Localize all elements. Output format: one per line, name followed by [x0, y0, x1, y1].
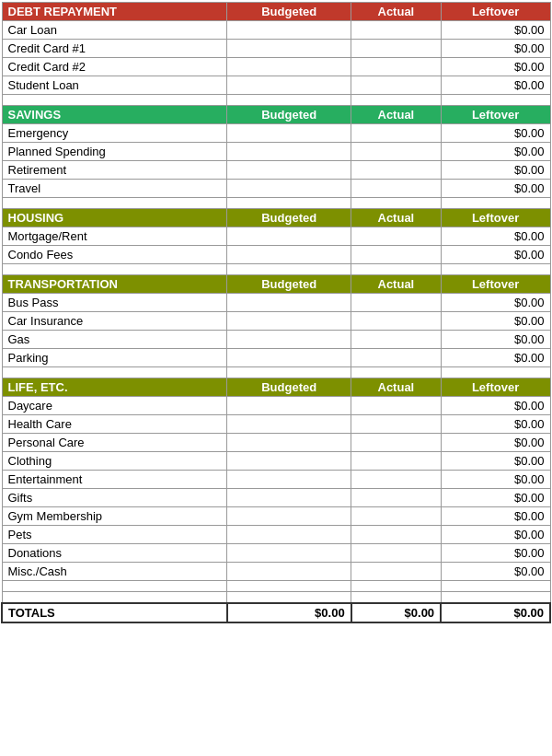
row-budgeted[interactable] [227, 397, 351, 415]
row-category: Condo Fees [2, 246, 227, 264]
row-actual[interactable] [351, 161, 441, 180]
table-row: Emergency$0.00 [2, 124, 550, 143]
row-budgeted[interactable] [227, 124, 351, 143]
row-budgeted[interactable] [227, 489, 351, 507]
row-budgeted[interactable] [227, 180, 351, 198]
row-budgeted[interactable] [227, 507, 351, 526]
row-budgeted[interactable] [227, 434, 351, 452]
row-category: Gifts [2, 489, 227, 507]
row-leftover: $0.00 [441, 563, 550, 581]
row-category: Clothing [2, 452, 227, 471]
row-leftover: $0.00 [441, 76, 550, 95]
section-header-transportation: TRANSPORTATIONBudgetedActualLeftover [2, 275, 550, 294]
row-category: Travel [2, 180, 227, 198]
row-leftover: $0.00 [441, 312, 550, 331]
row-budgeted[interactable] [227, 526, 351, 544]
row-actual[interactable] [351, 331, 441, 349]
row-budgeted[interactable] [227, 563, 351, 581]
row-actual[interactable] [351, 124, 441, 143]
col-header-actual: Actual [351, 275, 441, 294]
row-category: Retirement [2, 161, 227, 180]
row-leftover: $0.00 [441, 452, 550, 471]
row-category: Misc./Cash [2, 563, 227, 581]
section-header-housing: HOUSINGBudgetedActualLeftover [2, 209, 550, 227]
table-row: Car Insurance$0.00 [2, 312, 550, 331]
table-row: Pets$0.00 [2, 526, 550, 544]
row-actual[interactable] [351, 180, 441, 198]
row-actual[interactable] [351, 40, 441, 58]
row-leftover: $0.00 [441, 507, 550, 526]
row-budgeted[interactable] [227, 331, 351, 349]
row-budgeted[interactable] [227, 246, 351, 264]
row-actual[interactable] [351, 227, 441, 246]
row-actual[interactable] [351, 434, 441, 452]
row-category: Parking [2, 349, 227, 367]
row-category: Credit Card #1 [2, 40, 227, 58]
row-leftover: $0.00 [441, 415, 550, 434]
col-header-leftover: Leftover [441, 209, 550, 227]
row-budgeted[interactable] [227, 227, 351, 246]
table-row: Student Loan$0.00 [2, 76, 550, 95]
row-actual[interactable] [351, 294, 441, 312]
row-leftover: $0.00 [441, 349, 550, 367]
row-actual[interactable] [351, 397, 441, 415]
table-row: Mortgage/Rent$0.00 [2, 227, 550, 246]
totals-actual: $0.00 [351, 603, 441, 622]
table-row: Credit Card #2$0.00 [2, 58, 550, 76]
row-budgeted[interactable] [227, 40, 351, 58]
row-budgeted[interactable] [227, 349, 351, 367]
row-leftover: $0.00 [441, 124, 550, 143]
row-actual[interactable] [351, 349, 441, 367]
row-budgeted[interactable] [227, 312, 351, 331]
row-actual[interactable] [351, 246, 441, 264]
row-leftover: $0.00 [441, 489, 550, 507]
row-leftover: $0.00 [441, 294, 550, 312]
row-actual[interactable] [351, 21, 441, 40]
row-category: Gym Membership [2, 507, 227, 526]
row-budgeted[interactable] [227, 415, 351, 434]
col-header-actual: Actual [351, 378, 441, 397]
col-header-leftover: Leftover [441, 378, 550, 397]
row-budgeted[interactable] [227, 471, 351, 489]
col-header-budgeted: Budgeted [227, 275, 351, 294]
row-actual[interactable] [351, 143, 441, 161]
row-budgeted[interactable] [227, 452, 351, 471]
row-category: Gas [2, 331, 227, 349]
row-actual[interactable] [351, 76, 441, 95]
row-leftover: $0.00 [441, 161, 550, 180]
totals-row: TOTALS$0.00$0.00$0.00 [2, 603, 550, 622]
row-budgeted[interactable] [227, 76, 351, 95]
row-actual[interactable] [351, 526, 441, 544]
row-actual[interactable] [351, 544, 441, 563]
table-row: Entertainment$0.00 [2, 471, 550, 489]
row-leftover: $0.00 [441, 471, 550, 489]
row-category: Bus Pass [2, 294, 227, 312]
table-row: Car Loan$0.00 [2, 21, 550, 40]
row-actual[interactable] [351, 507, 441, 526]
row-category: Student Loan [2, 76, 227, 95]
row-actual[interactable] [351, 312, 441, 331]
row-budgeted[interactable] [227, 161, 351, 180]
row-actual[interactable] [351, 415, 441, 434]
table-row: Misc./Cash$0.00 [2, 563, 550, 581]
totals-leftover: $0.00 [441, 603, 550, 622]
row-actual[interactable] [351, 489, 441, 507]
col-header-leftover: Leftover [441, 106, 550, 124]
row-budgeted[interactable] [227, 294, 351, 312]
row-leftover: $0.00 [441, 180, 550, 198]
row-budgeted[interactable] [227, 544, 351, 563]
row-budgeted[interactable] [227, 21, 351, 40]
section-title-life-etc: LIFE, ETC. [2, 378, 227, 397]
section-title-housing: HOUSING [2, 209, 227, 227]
section-title-transportation: TRANSPORTATION [2, 275, 227, 294]
row-budgeted[interactable] [227, 143, 351, 161]
row-budgeted[interactable] [227, 58, 351, 76]
col-header-budgeted: Budgeted [227, 3, 351, 21]
row-leftover: $0.00 [441, 143, 550, 161]
row-actual[interactable] [351, 563, 441, 581]
row-actual[interactable] [351, 471, 441, 489]
row-actual[interactable] [351, 58, 441, 76]
table-row: Daycare$0.00 [2, 397, 550, 415]
col-header-leftover: Leftover [441, 3, 550, 21]
row-actual[interactable] [351, 452, 441, 471]
